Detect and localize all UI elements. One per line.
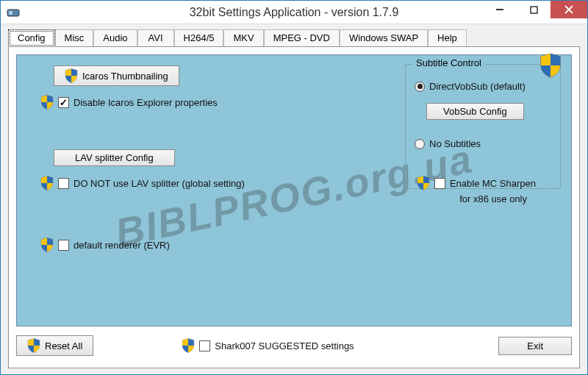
close-button[interactable] (551, 1, 587, 18)
radio-no-subtitles[interactable] (415, 139, 425, 149)
tab-h264[interactable]: H264/5 (174, 29, 224, 47)
disable-icaros-label: Disable Icaros Explorer properties (74, 97, 218, 108)
shield-icon (182, 338, 195, 353)
shield-icon (40, 95, 54, 110)
vobsub-config-button[interactable]: VobSub Config (426, 103, 524, 120)
reset-all-button[interactable]: Reset All (16, 335, 93, 356)
tab-audio[interactable]: Audio (93, 29, 137, 47)
shield-icon (40, 176, 54, 190)
icaros-thumbnailing-label: Icaros Thumbnailing (82, 71, 168, 82)
default-renderer-label: default renderer (EVR) (74, 240, 170, 251)
footer-bar: Reset All Shark007 SUGGESTED settings Ex… (16, 331, 572, 360)
no-lav-splitter-label: DO NOT use LAV splitter (global setting) (74, 178, 245, 189)
radio-no-subtitles-label: No Subtitles (429, 138, 481, 149)
lav-splitter-config-label: LAV splitter Config (75, 152, 154, 163)
tab-mpeg-dvd[interactable]: MPEG - DVD (264, 29, 340, 47)
tab-mkv[interactable]: MKV (223, 29, 263, 47)
application-window: 32bit Settings Application - version 1.7… (0, 0, 588, 375)
tab-strip: Config Misc Audio AVI H264/5 MKV MPEG - … (1, 24, 587, 46)
svg-rect-1 (9, 11, 12, 15)
mc-sharpen-sublabel: for x86 use only (459, 193, 527, 204)
shield-icon (417, 176, 430, 190)
no-lav-splitter-checkbox[interactable] (58, 178, 69, 189)
suggested-settings-label: Shark007 SUGGESTED settings (215, 340, 354, 351)
suggested-settings-checkbox[interactable] (199, 340, 210, 351)
mc-sharpen-checkbox[interactable] (434, 178, 445, 189)
svg-rect-3 (531, 7, 537, 13)
disable-icaros-checkbox[interactable] (58, 97, 69, 108)
shield-icon (40, 238, 54, 252)
lav-splitter-config-button[interactable]: LAV splitter Config (54, 149, 175, 166)
tab-panel: BIBLPROG.org.ua Icaros Thumbnailing Disa… (8, 46, 580, 368)
exit-button[interactable]: Exit (498, 337, 572, 355)
mc-sharpen-label: Enable MC Sharpen (450, 178, 536, 189)
radio-directvobsub-label: DirectVobSub (default) (429, 81, 526, 92)
default-renderer-checkbox[interactable] (58, 240, 69, 251)
icaros-thumbnailing-button[interactable]: Icaros Thumbnailing (54, 65, 179, 86)
radio-directvobsub[interactable] (415, 82, 425, 92)
subtitle-control-group: Subtitle Control DirectVobSub (default) … (405, 64, 561, 189)
reset-all-label: Reset All (45, 340, 82, 351)
maximize-button[interactable] (517, 1, 551, 18)
shield-icon (27, 338, 40, 353)
minimize-button[interactable] (483, 1, 517, 18)
tab-windows-swap[interactable]: Windows SWAP (340, 29, 428, 47)
tab-config[interactable]: Config (8, 29, 55, 47)
titlebar[interactable]: 32bit Settings Application - version 1.7… (1, 1, 587, 24)
tab-avi[interactable]: AVI (137, 29, 174, 47)
tab-help[interactable]: Help (428, 29, 467, 47)
tab-misc[interactable]: Misc (55, 29, 94, 47)
app-icon (7, 7, 21, 18)
vobsub-config-label: VobSub Config (443, 106, 507, 117)
exit-label: Exit (527, 340, 543, 351)
subtitle-control-legend: Subtitle Control (413, 57, 484, 68)
shield-icon (539, 53, 562, 78)
config-panel: BIBLPROG.org.ua Icaros Thumbnailing Disa… (16, 54, 572, 326)
shield-icon (65, 68, 78, 83)
